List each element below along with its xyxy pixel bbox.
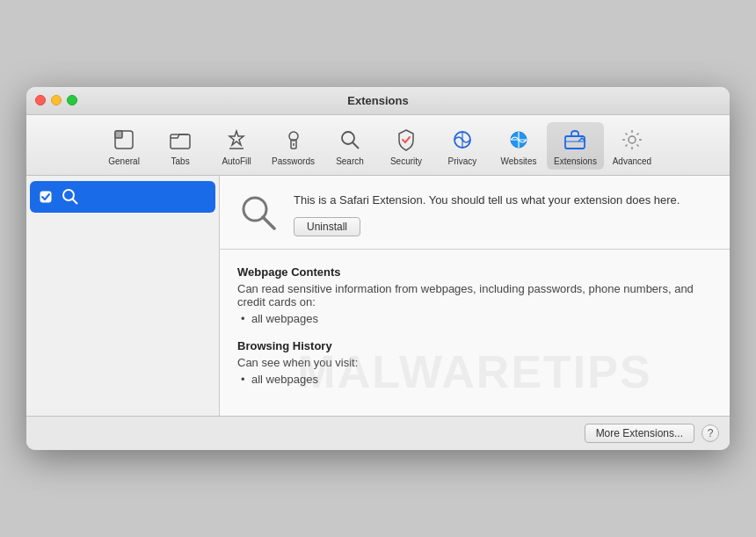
help-button[interactable]: ? (701, 425, 719, 442)
general-icon (110, 126, 138, 154)
extension-header: This is a Safari Extension. You should t… (220, 176, 730, 250)
autofill-icon (222, 126, 251, 154)
svg-line-29 (263, 217, 274, 229)
svg-line-27 (73, 199, 78, 204)
main-content: This is a Safari Extension. You should t… (26, 176, 730, 417)
permission-title-history: Browsing History (237, 339, 712, 352)
permission-list-webpage: all webpages (237, 312, 712, 325)
title-bar: Extensions (26, 87, 730, 115)
passwords-label: Passwords (272, 156, 315, 166)
close-button[interactable] (35, 95, 46, 105)
toolbar-item-search[interactable]: Search (322, 122, 378, 170)
svg-rect-2 (171, 134, 190, 149)
svg-point-16 (629, 136, 636, 143)
security-icon (392, 126, 420, 154)
svg-rect-1 (115, 131, 122, 138)
svg-line-23 (636, 133, 638, 134)
permission-section-webpage: Webpage Contents Can read sensitive info… (237, 265, 712, 325)
extension-detail-panel: This is a Safari Extension. You should t… (220, 176, 730, 417)
svg-line-21 (625, 133, 627, 134)
toolbar-item-privacy[interactable]: Privacy (434, 122, 491, 170)
svg-line-24 (625, 144, 627, 146)
passwords-icon (280, 126, 308, 154)
more-extensions-button[interactable]: More Extensions... (585, 424, 694, 443)
sidebar-item-search-ext[interactable] (30, 181, 215, 213)
minimize-button[interactable] (51, 95, 62, 105)
advanced-label: Advanced (613, 156, 651, 166)
extension-description: This is a Safari Extension. You should t… (294, 192, 712, 209)
advanced-icon (618, 126, 646, 154)
extension-info: This is a Safari Extension. You should t… (294, 192, 712, 237)
permission-item: all webpages (237, 373, 712, 386)
privacy-label: Privacy (448, 156, 477, 166)
extension-big-icon (237, 192, 280, 234)
search-extension-icon (60, 186, 81, 207)
extensions-icon (561, 126, 589, 154)
toolbar-item-advanced[interactable]: Advanced (604, 122, 660, 170)
svg-point-7 (342, 132, 354, 144)
svg-line-22 (636, 144, 638, 146)
general-label: General (108, 156, 140, 166)
toolbar-item-passwords[interactable]: Passwords (265, 122, 322, 170)
permission-title-webpage: Webpage Contents (237, 265, 712, 279)
toolbar-item-general[interactable]: General (96, 122, 152, 170)
toolbar-item-tabs[interactable]: Tabs (152, 122, 208, 170)
bottom-bar: More Extensions... ? (26, 416, 730, 450)
privacy-icon (448, 126, 476, 154)
security-label: Security (390, 156, 422, 166)
extensions-label: Extensions (554, 156, 597, 166)
traffic-lights (35, 95, 77, 105)
permission-section-history: Browsing History Can see when you visit:… (237, 339, 712, 386)
svg-line-8 (353, 142, 359, 149)
permission-list-history: all webpages (237, 373, 712, 386)
websites-icon (505, 126, 533, 154)
toolbar: General Tabs AutoFill (26, 115, 730, 176)
search-icon (336, 126, 364, 154)
safari-preferences-window: Extensions General Tabs (26, 87, 730, 451)
autofill-label: AutoFill (222, 156, 251, 166)
window-title: Extensions (347, 94, 408, 107)
permission-item: all webpages (237, 312, 712, 325)
toolbar-item-security[interactable]: Security (378, 122, 434, 170)
websites-label: Websites (501, 156, 537, 166)
permission-desc-history: Can see when you visit: (237, 356, 712, 369)
tabs-label: Tabs (171, 156, 190, 166)
permission-desc-webpage: Can read sensitive information from webp… (237, 282, 712, 308)
toolbar-item-extensions[interactable]: Extensions (547, 122, 604, 170)
permissions-area: MALWARETIPS Webpage Contents Can read se… (220, 250, 730, 416)
checkbox-checked-icon (39, 190, 53, 204)
uninstall-button[interactable]: Uninstall (294, 217, 360, 236)
search-label: Search (336, 156, 364, 166)
toolbar-item-autofill[interactable]: AutoFill (208, 122, 265, 170)
svg-point-26 (63, 190, 74, 200)
maximize-button[interactable] (67, 95, 77, 105)
toolbar-item-websites[interactable]: Websites (491, 122, 547, 170)
extensions-sidebar (26, 176, 220, 417)
tabs-icon (166, 126, 194, 154)
